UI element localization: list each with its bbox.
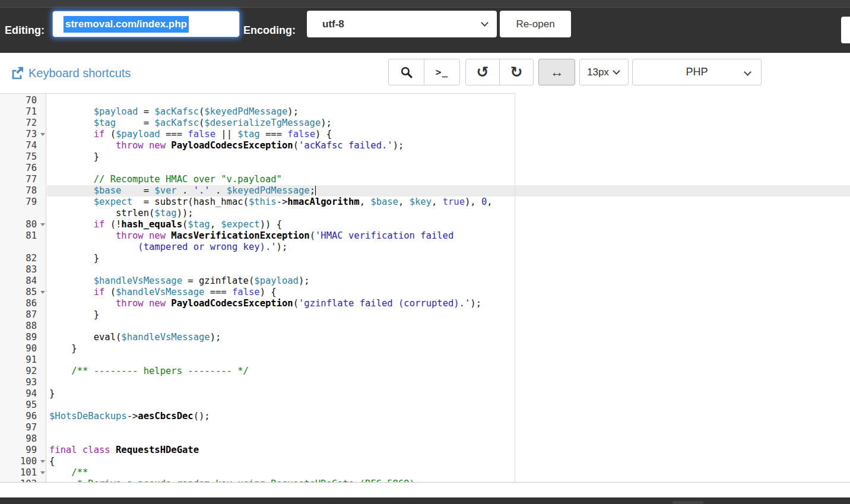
code-line[interactable]: 78 $base = $ver . '.' . $keyedPdMessage; xyxy=(0,185,850,196)
line-number: 85 xyxy=(26,287,37,297)
code-text[interactable] xyxy=(47,95,850,106)
encoding-select[interactable]: utf-8 xyxy=(307,11,497,37)
code-line[interactable]: 70 xyxy=(0,95,850,106)
code-text[interactable]: } xyxy=(47,343,850,354)
code-text[interactable] xyxy=(47,321,850,332)
code-text[interactable] xyxy=(47,264,850,275)
code-line[interactable]: 80 if (!hash_equals($tag, $expect)) { xyxy=(0,219,850,230)
keyboard-shortcuts-link[interactable]: Keyboard shortcuts xyxy=(11,66,131,80)
line-number: 91 xyxy=(26,354,37,365)
line-number: 81 xyxy=(26,230,37,241)
code-line[interactable]: 100{ xyxy=(0,456,850,467)
line-number: 74 xyxy=(26,140,37,151)
code-text[interactable]: (tampered or wrong key).'); xyxy=(47,242,850,253)
code-line[interactable]: 77 // Recompute HMAC over "v.payload" xyxy=(0,174,850,185)
code-text[interactable]: } xyxy=(47,151,850,163)
code-text[interactable]: // Recompute HMAC over "v.payload" xyxy=(47,174,850,185)
code-line[interactable]: 84 $handleVsMessage = gzinflate($payload… xyxy=(0,275,850,287)
fold-arrow-icon[interactable] xyxy=(40,291,45,294)
code-line[interactable]: 99final class RequestsHDeGate xyxy=(0,445,850,456)
code-text[interactable]: } xyxy=(47,388,850,400)
code-line[interactable]: 76 xyxy=(0,163,850,174)
bottom-bar-button[interactable] xyxy=(673,501,703,504)
code-line[interactable]: 82 } xyxy=(0,253,850,264)
code-text[interactable]: strlen($tag)); xyxy=(47,208,850,219)
code-line[interactable]: 94} xyxy=(0,388,850,400)
fold-arrow-icon[interactable] xyxy=(40,223,45,226)
code-text[interactable]: } xyxy=(47,309,850,321)
code-line[interactable]: 75 } xyxy=(0,151,850,163)
code-text[interactable]: $payload = $acKafsc($keyedPdMessage); xyxy=(47,106,850,118)
code-line[interactable]: 74 throw new PayloadCodecsException('acK… xyxy=(0,140,850,151)
code-line[interactable]: 96$HotsDeBackups->aesCbcsDec(); xyxy=(0,411,850,422)
code-text[interactable] xyxy=(47,163,850,174)
code-line[interactable]: 72 $tag = $acKafsc($deserializeTgMessage… xyxy=(0,118,850,129)
redo-button[interactable]: ↻ xyxy=(499,59,534,85)
undo-button[interactable]: ↺ xyxy=(465,59,500,85)
code-text[interactable] xyxy=(47,400,850,411)
code-text[interactable]: throw new PayloadCodecsException('gzinfl… xyxy=(47,298,850,309)
code-text[interactable]: $HotsDeBackups->aesCbcsDec(); xyxy=(47,411,850,422)
font-size-select[interactable]: 13px xyxy=(579,59,629,85)
code-line[interactable]: 90 } xyxy=(0,343,850,354)
code-line[interactable]: 97 xyxy=(0,422,850,433)
code-text[interactable]: $expect = substr(hash_hmac($this->hmacAl… xyxy=(47,196,850,208)
reopen-button[interactable]: Re-open xyxy=(500,11,571,37)
code-editor[interactable]: 7071 $payload = $acKafsc($keyedPdMessage… xyxy=(0,93,850,483)
code-text[interactable]: eval($handleVsMessage); xyxy=(47,332,850,343)
code-text[interactable]: if ($handleVsMessage === false) { xyxy=(47,287,850,298)
code-line[interactable]: 95 xyxy=(0,400,850,411)
code-line[interactable]: 73 if ($payload === false || $tag === fa… xyxy=(0,129,850,140)
code-line[interactable]: 81 throw new MacsVerificationException('… xyxy=(0,230,850,242)
code-line[interactable]: 92 /** -------- helpers -------- */ xyxy=(0,366,850,377)
code-line[interactable]: 101 /** xyxy=(0,467,850,478)
code-text[interactable] xyxy=(47,377,850,388)
gutter-cell: 71 xyxy=(0,106,47,118)
code-line[interactable]: 85 if ($handleVsMessage === false) { xyxy=(0,287,850,298)
code-text[interactable] xyxy=(47,422,850,433)
full-width-toggle-button[interactable]: ↔ xyxy=(538,59,575,85)
code-text[interactable]: /** xyxy=(47,467,850,478)
code-text[interactable]: $tag = $acKafsc($deserializeTgMessage); xyxy=(47,118,850,129)
code-line[interactable]: 102 * Derive a pseudo random key using R… xyxy=(0,478,850,483)
code-text[interactable]: } xyxy=(47,253,850,264)
filename-input[interactable]: stremoval.com/index.php xyxy=(52,11,240,37)
code-line[interactable]: 88 xyxy=(0,321,850,332)
code-text[interactable]: { xyxy=(47,456,850,467)
code-text[interactable]: /** -------- helpers -------- */ xyxy=(47,366,850,377)
line-number: 77 xyxy=(26,174,37,185)
fold-arrow-icon[interactable] xyxy=(40,133,45,136)
code-text[interactable]: $handleVsMessage = gzinflate($payload); xyxy=(47,275,850,287)
gutter-cell: 72 xyxy=(0,118,47,129)
gutter-cell: 92 xyxy=(0,366,47,377)
gutter-cell: 76 xyxy=(0,163,47,174)
code-text[interactable]: throw new MacsVerificationException('HMA… xyxy=(47,230,850,242)
code-line[interactable]: 71 $payload = $acKafsc($keyedPdMessage); xyxy=(0,106,850,118)
code-text[interactable]: throw new PayloadCodecsException('acKafs… xyxy=(47,140,850,151)
code-line[interactable]: 93 xyxy=(0,377,850,388)
syntax-language-select[interactable]: PHP xyxy=(632,59,762,85)
code-line[interactable]: 89 eval($handleVsMessage); xyxy=(0,332,850,343)
code-line[interactable]: 87 } xyxy=(0,309,850,321)
code-line[interactable]: strlen($tag)); xyxy=(0,208,850,219)
code-text[interactable]: * Derive a pseudo random key using Reque… xyxy=(47,478,850,483)
gutter-cell: 100 xyxy=(0,456,47,467)
code-text[interactable]: if (!hash_equals($tag, $expect)) { xyxy=(47,219,850,230)
code-line[interactable]: 91 xyxy=(0,354,850,366)
code-text[interactable] xyxy=(47,354,850,366)
code-line[interactable]: 83 xyxy=(0,264,850,275)
code-text[interactable]: $base = $ver . '.' . $keyedPdMessage; xyxy=(47,185,850,196)
code-line[interactable]: 79 $expect = substr(hash_hmac($this->hma… xyxy=(0,196,850,208)
line-number: 102 xyxy=(20,478,37,483)
code-text[interactable]: final class RequestsHDeGate xyxy=(47,445,850,456)
partial-button-top-right[interactable] xyxy=(841,17,850,43)
code-text[interactable] xyxy=(47,433,850,445)
fold-arrow-icon[interactable] xyxy=(40,460,45,463)
fold-arrow-icon[interactable] xyxy=(40,471,45,474)
search-button[interactable] xyxy=(388,59,424,85)
terminal-button[interactable]: >_ xyxy=(424,59,460,85)
code-line[interactable]: 98 xyxy=(0,433,850,445)
code-line[interactable]: (tampered or wrong key).'); xyxy=(0,242,850,253)
code-text[interactable]: if ($payload === false || $tag === false… xyxy=(47,129,850,140)
code-line[interactable]: 86 throw new PayloadCodecsException('gzi… xyxy=(0,298,850,309)
